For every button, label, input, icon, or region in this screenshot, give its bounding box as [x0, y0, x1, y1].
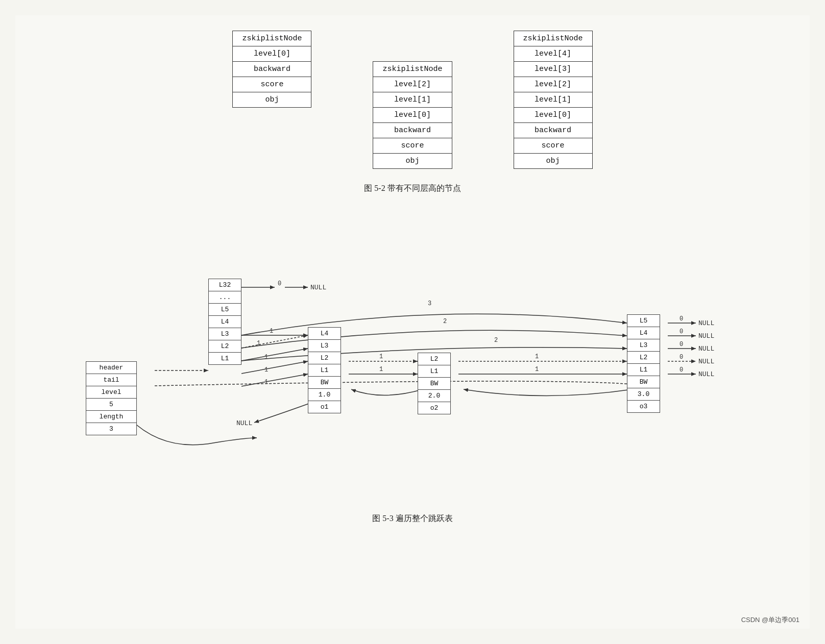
fig53-caption: 图 5-3 遍历整个跳跃表 — [372, 513, 452, 524]
svg-line-11 — [241, 349, 308, 361]
watermark-label: CSDN @单边季001 — [741, 615, 799, 625]
node1-box: zskiplistNode level[0] backward score ob… — [232, 31, 311, 108]
arrows-svg: 0 NULL 1 1 1 1 1 1 — [55, 208, 770, 504]
svg-text:0: 0 — [680, 366, 683, 374]
svg-text:1: 1 — [270, 328, 273, 335]
svg-text:2: 2 — [443, 318, 447, 325]
svg-text:3: 3 — [428, 300, 431, 307]
node2-skiplist: L2 L1 BW 2.0 o2 — [418, 353, 451, 414]
svg-line-13 — [241, 361, 308, 374]
node3-cell-4: level[0] — [514, 108, 592, 123]
node2-cell-3: backward — [373, 123, 451, 138]
n3-BW: BW — [627, 376, 660, 388]
n3-L3: L3 — [627, 339, 660, 352]
svg-text:1: 1 — [535, 366, 539, 373]
node3-cell-2: level[2] — [514, 77, 592, 92]
fig52-caption: 图 5-2 带有不同层高的节点 — [15, 183, 810, 194]
svg-text:1: 1 — [257, 340, 260, 347]
n1-BW: BW — [308, 377, 341, 389]
svg-text:0: 0 — [680, 315, 683, 323]
svg-text:1: 1 — [379, 366, 383, 373]
node3-title: zskiplistNode — [514, 31, 592, 46]
node3-cell-3: level[1] — [514, 92, 592, 108]
node3-cell-7: obj — [514, 154, 592, 168]
n3-L2: L2 — [627, 352, 660, 364]
hdr-cell-length-label: length — [86, 411, 136, 423]
n2-obj: o2 — [418, 402, 450, 414]
skiplist-header-node: L32 ... L5 L4 L3 L2 L1 — [208, 279, 241, 365]
hdr-node-L4: L4 — [209, 316, 241, 328]
svg-text:NULL: NULL — [310, 284, 326, 291]
n1-L3: L3 — [308, 340, 341, 352]
n2-score: 2.0 — [418, 390, 450, 402]
n1-obj: o1 — [308, 401, 341, 413]
n2-L1: L1 — [418, 365, 450, 378]
fig52-container: zskiplistNode level[0] backward score ob… — [15, 15, 810, 174]
node2-box: zskiplistNode level[2] level[1] level[0]… — [373, 61, 452, 169]
node2-cell-0: level[2] — [373, 77, 451, 92]
n3-obj: o3 — [627, 401, 660, 412]
svg-text:1: 1 — [264, 354, 268, 361]
header-struct-box: header tail level 5 length 3 — [86, 361, 137, 435]
n1-L2: L2 — [308, 352, 341, 364]
node3-box: zskiplistNode level[4] level[3] level[2]… — [514, 31, 593, 169]
hdr-node-L3: L3 — [209, 328, 241, 340]
svg-text:0: 0 — [680, 328, 683, 335]
n1-L4: L4 — [308, 328, 341, 340]
n2-L2: L2 — [418, 353, 450, 365]
node1-cell-0: level[0] — [233, 46, 311, 62]
n1-L1: L1 — [308, 364, 341, 377]
node1-cell-1: backward — [233, 62, 311, 77]
node2-cell-2: level[0] — [373, 108, 451, 123]
svg-text:0: 0 — [680, 354, 683, 361]
n3-L4: L4 — [627, 327, 660, 339]
fig53-wrapper: 0 NULL 1 1 1 1 1 1 — [15, 208, 810, 538]
hdr-node-L32: L32 — [209, 279, 241, 291]
n3-L1: L1 — [627, 364, 660, 376]
svg-text:2: 2 — [494, 337, 498, 344]
svg-text:NULL: NULL — [698, 345, 714, 353]
svg-text:NULL: NULL — [698, 358, 714, 365]
svg-text:NULL: NULL — [236, 419, 252, 427]
hdr-cell-level-val: 5 — [86, 399, 136, 411]
hdr-node-L5: L5 — [209, 304, 241, 316]
n2-BW: BW — [418, 378, 450, 390]
svg-text:1: 1 — [264, 379, 268, 386]
node3-cell-6: score — [514, 138, 592, 154]
svg-text:1: 1 — [264, 366, 268, 374]
node2-cell-5: obj — [373, 154, 451, 168]
hdr-node-L2: L2 — [209, 340, 241, 353]
svg-text:1: 1 — [379, 353, 383, 360]
node3-cell-5: backward — [514, 123, 592, 138]
hdr-cell-level-label: level — [86, 386, 136, 399]
svg-line-15 — [241, 374, 308, 386]
page-container: zskiplistNode level[0] backward score ob… — [15, 15, 810, 629]
hdr-cell-length-val: 3 — [86, 423, 136, 435]
node2-title: zskiplistNode — [373, 62, 451, 77]
fig53-diagram: 0 NULL 1 1 1 1 1 1 — [55, 208, 770, 504]
hdr-node-dots: ... — [209, 291, 241, 304]
node3-cell-1: level[3] — [514, 62, 592, 77]
node3-cell-0: level[4] — [514, 46, 592, 62]
node2-cell-4: score — [373, 138, 451, 154]
hdr-cell-tail: tail — [86, 374, 136, 386]
svg-text:0: 0 — [278, 280, 281, 287]
svg-text:0: 0 — [680, 341, 683, 348]
n3-score: 3.0 — [627, 388, 660, 401]
node2-cell-1: level[1] — [373, 92, 451, 108]
n1-score: 1.0 — [308, 389, 341, 401]
node1-cell-3: obj — [233, 92, 311, 107]
node3-skiplist: L5 L4 L3 L2 L1 BW 3.0 o3 — [627, 314, 660, 413]
hdr-node-L1: L1 — [209, 353, 241, 364]
node1-title: zskiplistNode — [233, 31, 311, 46]
svg-text:NULL: NULL — [698, 319, 714, 327]
n3-L5: L5 — [627, 315, 660, 327]
hdr-cell-header: header — [86, 362, 136, 374]
svg-line-9 — [241, 335, 308, 348]
node1-cell-2: score — [233, 77, 311, 92]
svg-text:NULL: NULL — [698, 370, 714, 378]
node1-skiplist: L4 L3 L2 L1 BW 1.0 o1 — [308, 327, 341, 413]
svg-text:1: 1 — [535, 353, 539, 360]
svg-text:NULL: NULL — [698, 332, 714, 340]
